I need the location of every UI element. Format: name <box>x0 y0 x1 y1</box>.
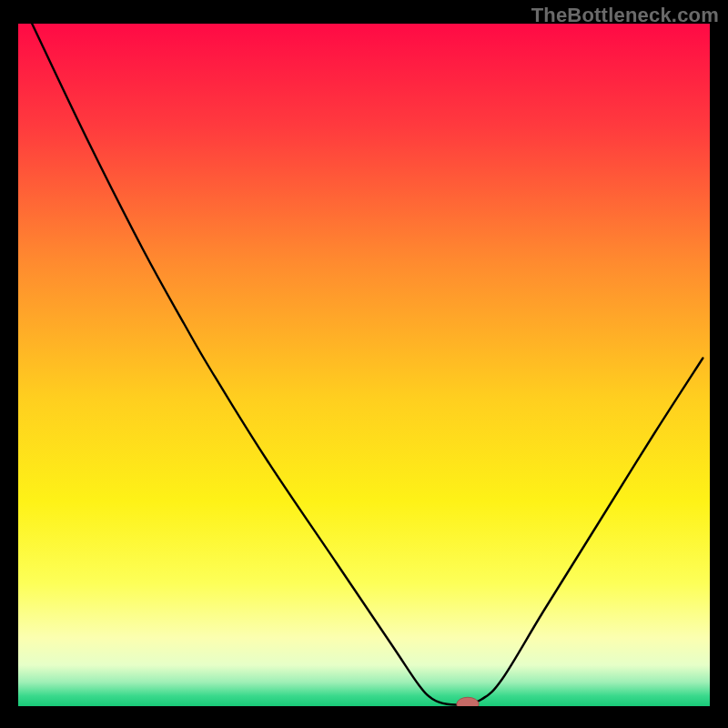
bottleneck-plot <box>18 24 710 706</box>
watermark-text: TheBottleneck.com <box>531 4 719 27</box>
chart-frame: TheBottleneck.com <box>0 0 728 728</box>
plot-svg <box>18 24 710 706</box>
